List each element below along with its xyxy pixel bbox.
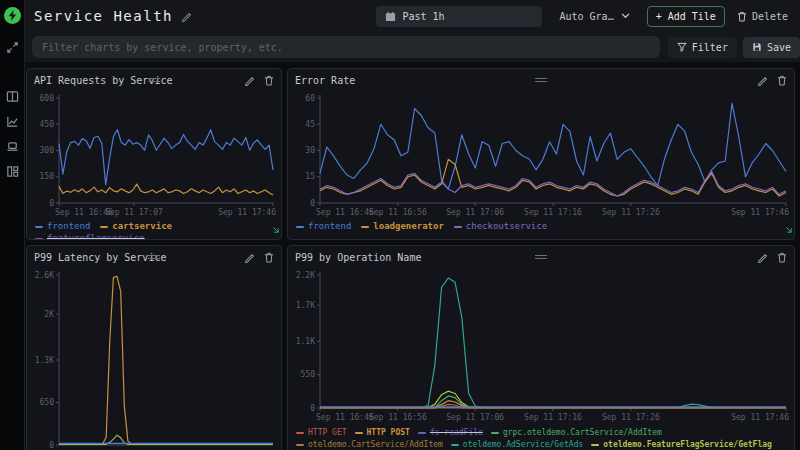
svg-text:Sep 11 16:56: Sep 11 16:56 — [369, 413, 427, 422]
edit-tile-icon[interactable] — [244, 252, 255, 263]
save-button[interactable]: Save — [743, 37, 800, 58]
logo-lightning-icon[interactable] — [4, 7, 21, 24]
svg-text:0: 0 — [310, 404, 315, 413]
svg-text:Sep 11 17:16: Sep 11 17:16 — [524, 413, 582, 422]
svg-text:1.3K: 1.3K — [35, 356, 54, 365]
tile-header: API Requests by Service — [27, 69, 281, 91]
legend-item[interactable]: HTTP POST — [355, 427, 410, 438]
filter-bar: Filter Save — [24, 34, 800, 60]
svg-text:550: 550 — [301, 370, 316, 379]
svg-text:Sep 11 17:26: Sep 11 17:26 — [602, 208, 660, 217]
svg-text:Sep 11 16:46: Sep 11 16:46 — [316, 208, 374, 217]
delete-tile-icon[interactable] — [264, 252, 274, 263]
legend-marker-icon — [361, 226, 369, 228]
chart-legend: frontendloadgeneratorcheckoutservice — [288, 219, 794, 232]
graph-mode-label: Auto Gra… — [559, 11, 613, 22]
legend-item[interactable]: oteldemo.FeatureFlagService/GetFlag — [591, 439, 772, 450]
edit-title-icon[interactable] — [181, 7, 192, 26]
legend-label: frontend — [47, 221, 90, 232]
tile-title: P99 by Operation Name — [295, 252, 421, 263]
drag-handle-icon[interactable] — [535, 78, 547, 84]
resize-handle-icon[interactable] — [784, 218, 792, 237]
svg-text:Sep 11 17:46: Sep 11 17:46 — [731, 413, 789, 422]
tile-header: P99 Latency by Service — [27, 246, 281, 268]
legend-item[interactable]: HTTP GET — [296, 427, 347, 438]
tile-title: P99 Latency by Service — [34, 252, 166, 263]
legend-label: HTTP GET — [308, 427, 347, 438]
delete-tile-icon[interactable] — [777, 75, 787, 86]
legend-item[interactable]: featureflagservice — [35, 233, 145, 240]
chevron-down-icon — [621, 13, 630, 19]
legend-marker-icon — [418, 432, 426, 434]
layout-columns-icon[interactable] — [4, 88, 20, 104]
time-range-picker[interactable]: Past 1h — [376, 6, 542, 27]
legend-item[interactable]: oteldemo.AdService/GetAds — [451, 439, 583, 450]
legend-item[interactable]: loadgenerator — [361, 221, 443, 232]
add-tile-button[interactable]: + Add Tile — [647, 6, 725, 27]
legend-label: oteldemo.AdService/GetAds — [463, 439, 583, 450]
resize-handle-icon[interactable] — [271, 218, 279, 237]
svg-text:Sep 11 16:46: Sep 11 16:46 — [316, 413, 374, 422]
delete-button[interactable]: Delete — [733, 6, 792, 27]
chart-p99-by-operation-name[interactable]: 05501.1K1.7K2.2KSep 11 16:46Sep 11 16:56… — [288, 268, 794, 424]
legend-label: checkoutservice — [466, 221, 547, 232]
svg-text:450: 450 — [40, 120, 55, 129]
funnel-icon — [677, 42, 687, 52]
drag-handle-icon[interactable] — [148, 78, 160, 84]
chart-legend: frontendcartservicefeatureflagservice — [27, 219, 281, 240]
legend-item[interactable]: fs readFile — [418, 427, 483, 438]
edit-tile-icon[interactable] — [757, 252, 768, 263]
legend-item[interactable]: checkoutservice — [454, 221, 547, 232]
svg-text:Sep 11 17:26: Sep 11 17:26 — [602, 413, 660, 422]
filter-input[interactable] — [32, 36, 660, 58]
legend-label: fs readFile — [430, 427, 483, 438]
filter-button[interactable]: Filter — [668, 37, 737, 58]
legend-item[interactable]: cartservice — [100, 221, 172, 232]
expand-icon[interactable] — [4, 39, 20, 55]
tile-p99-latency: P99 Latency by Service 06501.3K2K2.6K — [26, 245, 282, 450]
svg-text:150: 150 — [40, 172, 55, 181]
svg-text:2.2K: 2.2K — [296, 271, 315, 280]
drag-handle-icon[interactable] — [148, 255, 160, 261]
delete-label: Delete — [752, 11, 788, 22]
delete-tile-icon[interactable] — [264, 75, 274, 86]
svg-text:1.1K: 1.1K — [296, 337, 315, 346]
tile-api-requests: API Requests by Service 0150300450600Sep… — [26, 68, 282, 240]
svg-text:Sep 11 17:46: Sep 11 17:46 — [218, 208, 276, 217]
drag-handle-icon[interactable] — [535, 255, 547, 261]
legend-label: frontend — [308, 221, 351, 232]
legend-item[interactable]: frontend — [35, 221, 90, 232]
svg-text:Sep 11 17:46: Sep 11 17:46 — [731, 208, 789, 217]
legend-item[interactable]: frontend — [296, 221, 351, 232]
graph-mode-select[interactable]: Auto Gra… — [550, 6, 638, 27]
boards-icon[interactable] — [4, 163, 20, 179]
tile-p99-operation: P99 by Operation Name 05501.1K1.7K2.2KSe… — [287, 245, 795, 450]
legend-item[interactable]: oteldemo.CartService/AddItem — [296, 439, 443, 450]
chart-p99-latency-by-service[interactable]: 06501.3K2K2.6K — [27, 268, 281, 450]
chart-error-rate[interactable]: 015304560Sep 11 16:46Sep 11 16:56Sep 11 … — [288, 91, 794, 219]
line-chart-icon[interactable] — [4, 113, 20, 129]
svg-text:1.7K: 1.7K — [296, 301, 315, 310]
legend-marker-icon — [355, 432, 363, 434]
svg-text:Sep 11 17:06: Sep 11 17:06 — [446, 413, 504, 422]
legend-label: oteldemo.FeatureFlagService/GetFlag — [603, 439, 772, 450]
legend-label: loadgenerator — [373, 221, 443, 232]
laptop-icon[interactable] — [4, 138, 20, 154]
delete-tile-icon[interactable] — [777, 252, 787, 263]
chart-legend: HTTP GETHTTP POSTfs readFilegrpc.oteldem… — [288, 424, 794, 450]
legend-marker-icon — [296, 432, 304, 434]
add-tile-label: + Add Tile — [656, 11, 716, 22]
legend-marker-icon — [35, 238, 43, 240]
page-title: Service Health — [34, 8, 173, 24]
svg-text:45: 45 — [305, 120, 315, 129]
svg-text:0: 0 — [49, 199, 54, 208]
tile-title: Error Rate — [295, 75, 355, 86]
edit-tile-icon[interactable] — [757, 75, 768, 86]
legend-marker-icon — [491, 432, 499, 434]
chart-api-requests-by-service[interactable]: 0150300450600Sep 11 16:46Sep 11 17:07Sep… — [27, 91, 281, 219]
svg-text:Sep 11 16:56: Sep 11 16:56 — [369, 208, 427, 217]
save-label: Save — [767, 42, 791, 53]
legend-label: cartservice — [112, 221, 172, 232]
legend-item[interactable]: grpc.oteldemo.CartService/AddItem — [491, 427, 662, 438]
edit-tile-icon[interactable] — [244, 75, 255, 86]
